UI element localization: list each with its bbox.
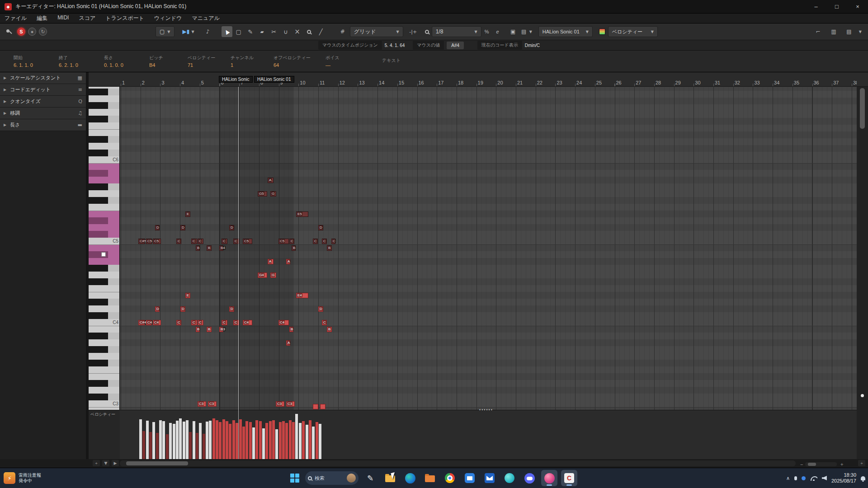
midi-note[interactable]: E4	[296, 293, 308, 298]
midi-note[interactable]: E	[185, 293, 190, 298]
velocity-bar[interactable]	[176, 421, 179, 459]
add-lane-button[interactable]: ＋	[93, 460, 100, 466]
weather-widget[interactable]: ⚡ 雷雨注意報 発令中	[4, 472, 41, 484]
midi-note[interactable]: G5	[258, 191, 267, 197]
nudge-icon[interactable]: -|+	[408, 26, 419, 37]
notification-bell-icon[interactable]	[861, 476, 865, 480]
info-field-3[interactable]: 長さ0. 1. 0. 0	[104, 51, 149, 72]
velocity-bar[interactable]	[282, 421, 285, 459]
midi-note[interactable]: B	[289, 327, 293, 332]
piano-key[interactable]	[89, 102, 120, 109]
midi-note[interactable]: C4	[278, 320, 289, 325]
midi-note[interactable]: B	[327, 245, 332, 251]
midi-note[interactable]: C	[331, 239, 335, 244]
velocity-bar[interactable]	[219, 422, 222, 459]
piano-key[interactable]	[89, 95, 120, 102]
record-button[interactable]: ●	[28, 28, 36, 36]
loop-icon[interactable]: ↻	[39, 28, 47, 36]
velocity-bar[interactable]	[312, 427, 315, 459]
piano-key[interactable]	[89, 224, 120, 231]
velocity-bar[interactable]	[142, 431, 145, 459]
setup-toolbar-icon[interactable]: ▤	[844, 26, 854, 37]
minimize-button[interactable]: –	[806, 0, 826, 14]
velocity-bar[interactable]	[249, 422, 252, 459]
piano-key[interactable]	[89, 258, 120, 265]
panel-section-コードエディット[interactable]: ▶コードエディット≡	[0, 84, 86, 96]
midi-note[interactable]: G	[270, 272, 276, 278]
velocity-bar[interactable]	[272, 420, 275, 459]
midi-note[interactable]: D	[180, 306, 185, 312]
piano-key[interactable]	[89, 333, 120, 339]
piano-key[interactable]	[89, 326, 120, 333]
piano-key[interactable]	[89, 109, 120, 116]
midi-note[interactable]: C5	[278, 239, 289, 244]
piano-key[interactable]	[89, 366, 120, 373]
velocity-bar[interactable]	[306, 425, 308, 459]
velocity-lane[interactable]	[120, 410, 857, 459]
tray-chevron-up-icon[interactable]: ∧	[786, 475, 790, 481]
piano-key[interactable]	[89, 360, 120, 366]
piano-key[interactable]	[89, 217, 120, 224]
midi-note[interactable]: D	[229, 306, 234, 312]
midi-note[interactable]: C	[289, 239, 294, 244]
midi-note[interactable]: C5	[153, 239, 161, 244]
zoom-preset-dot[interactable]	[861, 394, 864, 397]
taskbar-app-teal-app[interactable]	[501, 470, 518, 486]
menu-item[interactable]: マニュアル	[192, 14, 219, 22]
midi-note[interactable]: B	[207, 327, 212, 332]
menu-item[interactable]: ファイル	[5, 14, 27, 22]
midi-note[interactable]: A	[268, 178, 274, 183]
horizontal-scroll-track[interactable]	[120, 460, 796, 466]
menu-item[interactable]: 編集	[37, 14, 47, 22]
midi-note[interactable]: D	[229, 225, 234, 230]
midi-note[interactable]: D	[155, 225, 160, 230]
velocity-bar[interactable]	[152, 422, 155, 459]
taskbar-app-chrome[interactable]	[442, 470, 458, 486]
midi-note[interactable]: D	[318, 225, 323, 230]
midi-note[interactable]: B	[292, 245, 296, 251]
midi-note[interactable]: C4	[153, 320, 161, 325]
taskbar-app-media[interactable]	[541, 470, 557, 486]
piano-key[interactable]	[89, 170, 120, 177]
note-grid[interactable]: C#5C5C5DCDECCBBB4CDCC5G5AGC5CBE5CDCBCC#4…	[120, 87, 857, 410]
velocity-bar[interactable]	[245, 421, 248, 459]
velocity-bar[interactable]	[275, 429, 278, 459]
snap-icon[interactable]: #	[337, 26, 348, 37]
midi-note[interactable]: C	[176, 320, 181, 325]
part-selector-dropdown[interactable]: HALion Sonic 01 ▼	[538, 26, 593, 37]
part-edit-icon[interactable]: ▣	[508, 26, 519, 37]
horizontal-scroll-thumb[interactable]	[126, 461, 188, 465]
piano-key[interactable]	[89, 211, 120, 217]
tool-trim-button[interactable]	[269, 26, 279, 37]
midi-note[interactable]: C3	[286, 401, 295, 407]
midi-note[interactable]: C	[322, 239, 327, 244]
info-field-5[interactable]: ベロシティー71	[188, 51, 231, 72]
piano-key[interactable]: C5	[89, 238, 120, 244]
close-button[interactable]: ×	[847, 0, 868, 14]
velocity-bar[interactable]	[159, 420, 162, 459]
midi-note[interactable]: C3	[198, 401, 206, 407]
midi-note[interactable]: C4	[243, 320, 252, 325]
piano-key[interactable]	[89, 285, 120, 292]
ruler-part-label[interactable]: HALion Sonic	[219, 76, 253, 83]
bluetooth-device-icon[interactable]	[802, 476, 806, 480]
velocity-bar[interactable]	[299, 423, 302, 459]
quantize-preset-dropdown[interactable]: 1/8 ▼	[432, 26, 481, 37]
velocity-bar[interactable]	[259, 421, 262, 459]
midi-note[interactable]: C	[198, 320, 203, 325]
grid-type-dropdown[interactable]: グリッド ▼	[350, 26, 403, 37]
taskbar-app-edge[interactable]	[402, 470, 418, 486]
tool-range-select-button[interactable]	[233, 26, 244, 37]
velocity-bar[interactable]	[199, 423, 202, 459]
info-field-7[interactable]: オフベロシティー64	[274, 51, 326, 72]
panel-section-スケールアシスタント[interactable]: ▶スケールアシスタント▦	[0, 72, 86, 84]
piano-key[interactable]	[89, 136, 120, 143]
midi-note[interactable]: C3	[208, 401, 217, 407]
velocity-bar[interactable]	[289, 420, 292, 459]
ruler-part-label[interactable]: HALion Sonic 01	[254, 76, 294, 83]
velocity-bar[interactable]	[319, 424, 321, 459]
piano-key[interactable]	[89, 312, 120, 319]
velocity-bar[interactable]	[156, 433, 159, 459]
velocity-bar[interactable]	[203, 434, 205, 459]
menu-item[interactable]: MIDI	[57, 14, 69, 22]
